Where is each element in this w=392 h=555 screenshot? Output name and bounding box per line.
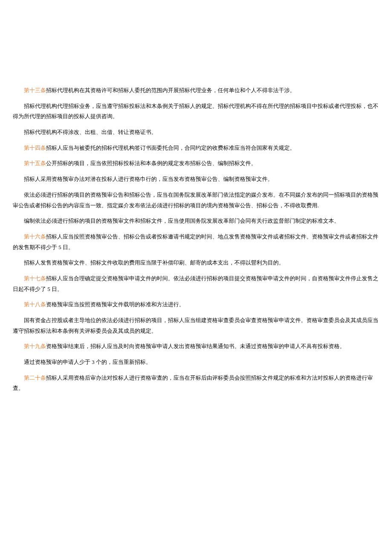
article-label: 第十四条 bbox=[24, 145, 46, 151]
paragraph: 招标人发售资格预审文件、招标文件收取的费用应当限于补偿印刷、邮寄的成本支出，不得… bbox=[13, 258, 379, 268]
paragraph: 第十八条资格预审应当按照资格预审文件载明的标准和方法进行。 bbox=[13, 299, 379, 310]
article-text: 国有资金占控股或者主导地位的依法必须进行招标的项目，招标人应当组建资格审查委员会… bbox=[13, 317, 378, 334]
article-text: 通过资格预审的申请人少于 3 个的，应当重新招标。 bbox=[24, 359, 151, 365]
article-label: 第十五条 bbox=[24, 160, 46, 166]
paragraph: 编制依法必须进行招标的项目的资格预审文件和招标文件，应当使用国务院发展改革部门会… bbox=[13, 216, 379, 227]
paragraph: 第十九条资格预审结束后，招标人应当及时向资格预审申请人发出资格预审结果通知书。未… bbox=[13, 341, 379, 352]
paragraph: 第十五条公开招标的项目，应当依照招标投标法和本条例的规定发布招标公告、编制招标文… bbox=[13, 158, 379, 169]
paragraph: 依法必须进行招标的项目的资格预审公告和招标公告，应当在国务院发展改革部门依法指定… bbox=[13, 190, 379, 211]
article-label: 第十七条 bbox=[24, 275, 46, 282]
paragraph: 通过资格预审的申请人少于 3 个的，应当重新招标。 bbox=[13, 357, 379, 368]
article-label: 第十三条 bbox=[24, 87, 46, 93]
paragraph: 第十三条招标代理机构在其资格许可和招标人委托的范围内开展招标代理业务，任何单位和… bbox=[13, 85, 379, 96]
article-text: 公开招标的项目，应当依照招标投标法和本条例的规定发布招标公告、编制招标文件。 bbox=[46, 160, 257, 166]
article-text: 资格预审应当按照资格预审文件载明的标准和方法进行。 bbox=[46, 301, 184, 308]
document-content: 第十三条招标代理机构在其资格许可和招标人委托的范围内开展招标代理业务，任何单位和… bbox=[13, 85, 379, 394]
paragraph: 第十七条招标人应当合理确定提交资格预审申请文件的时间。依法必须进行招标的项目提交… bbox=[13, 273, 379, 294]
article-text: 资格预审结束后，招标人应当及时向资格预审申请人发出资格预审结果通知书。未通过资格… bbox=[46, 343, 345, 349]
article-text: 招标人应当合理确定提交资格预审申请文件的时间。依法必须进行招标的项目提交资格预审… bbox=[13, 275, 378, 292]
article-text: 招标人采用资格预审办法对潜在投标人进行资格巾行的，应当发布资格预审公告、编制资格… bbox=[24, 176, 273, 182]
paragraph: 第十四条招标人应当与被委托的招标代理机构签订书面委托合同，合同约定的收费标准应当… bbox=[13, 143, 379, 154]
article-label: 第十六条 bbox=[24, 233, 46, 240]
paragraph: 招标人采用资格预审办法对潜在投标人进行资格巾行的，应当发布资格预审公告、编制资格… bbox=[13, 174, 379, 185]
article-text: 招标代理机构在其资格许可和招标人委托的范围内开展招标代理业务，任何单位和个人不得… bbox=[46, 87, 295, 93]
article-label: 第十八条 bbox=[24, 301, 46, 308]
article-text: 招标人发售资格预审文件、招标文件收取的费用应当限于补偿印刷、邮寄的成本支出，不得… bbox=[24, 259, 284, 266]
article-text: 招标人应当按照资格预审公告、招标公告或者投标邀请书规定的时间、地点发售资格预审文… bbox=[13, 233, 378, 250]
article-text: 招标人采用资格后审办法对投标人进行资格审查的，应当在开标后由评标委员会按照招标文… bbox=[13, 375, 373, 392]
paragraph: 招标代理机构代理招标业务，应当遵守招标投标法和木条例关于招标人的规定。招标代理机… bbox=[13, 101, 379, 122]
paragraph: 招标代理机构不得涂改、出租、出借、转让资格证书。 bbox=[13, 127, 379, 138]
article-text: 编制依法必须进行招标的项目的资格预审文件和招标文件，应当使用国务院发展改革部门会… bbox=[24, 218, 340, 224]
article-text: 招标人应当与被委托的招标代理机构签订书面委托合同，合同约定的收费标准应当符合国家… bbox=[46, 145, 295, 151]
article-text: 招标代理机构代理招标业务，应当遵守招标投标法和木条例关于招标人的规定。招标代理机… bbox=[13, 103, 378, 120]
paragraph: 第二十条招标人采用资格后审办法对投标人进行资格审查的，应当在开标后由评标委员会按… bbox=[13, 373, 379, 394]
article-label: 第十九条 bbox=[24, 343, 46, 349]
paragraph: 国有资金占控股或者主导地位的依法必须进行招标的项目，招标人应当组建资格审查委员会… bbox=[13, 315, 379, 336]
article-text: 招标代理机构不得涂改、出租、出借、转让资格证书。 bbox=[24, 129, 157, 135]
article-label: 第二十条 bbox=[24, 375, 46, 381]
paragraph: 第十六条招标人应当按照资格预审公告、招标公告或者投标邀请书规定的时间、地点发售资… bbox=[13, 232, 379, 253]
article-text: 依法必须进行招标的项目的资格预审公告和招标公告，应当在国务院发展改革部门依法指定… bbox=[13, 192, 378, 209]
